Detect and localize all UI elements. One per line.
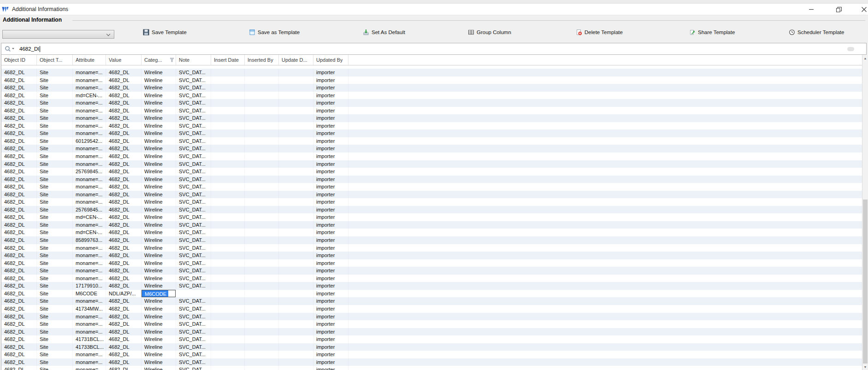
grid-cell[interactable]: Wireline	[142, 206, 176, 214]
grid-cell[interactable]	[245, 252, 279, 259]
grid-cell[interactable]: SVC_DAT...	[176, 137, 211, 145]
grid-cell[interactable]	[279, 206, 313, 214]
grid-cell[interactable]	[279, 99, 313, 107]
grid-cell[interactable]: 4682_DL	[106, 206, 142, 214]
grid-cell[interactable]	[245, 206, 279, 214]
grid-cell[interactable]: 4682_DL	[106, 313, 142, 321]
grid-cell[interactable]	[211, 236, 245, 244]
grid-cell[interactable]: importer	[313, 145, 348, 153]
grid-cell[interactable]: moname=...	[73, 84, 106, 92]
grid-cell[interactable]: 4682_DL	[106, 259, 142, 267]
set-as-default-button[interactable]: Set As Default	[363, 28, 405, 36]
grid-cell[interactable]: 4682_DL	[106, 267, 142, 275]
grid-cell[interactable]: Wireline	[142, 84, 176, 92]
grid-cell[interactable]: moname=...	[73, 69, 106, 76]
table-row[interactable]: 4682_DLSitemoname=...4682_DLWirelineSVC_…	[1, 366, 866, 370]
grid-cell[interactable]	[279, 290, 313, 298]
grid-cell[interactable]: 4682_DL	[1, 343, 37, 351]
grid-cell[interactable]: SVC_DAT...	[176, 183, 211, 191]
grid-cell[interactable]: Wireline	[142, 297, 176, 305]
grid-cell[interactable]: 4682_DL	[1, 114, 37, 122]
table-row[interactable]: 4682_DLSitemoname=...4682_DLWirelineSVC_…	[1, 351, 866, 358]
table-row[interactable]: 4682_DLSitemoname=...4682_DLWirelineSVC_…	[1, 176, 866, 183]
grid-cell[interactable]	[279, 168, 313, 176]
grid-cell[interactable]: importer	[313, 236, 348, 244]
grid-cell[interactable]: importer	[313, 351, 348, 358]
grid-cell[interactable]: 4682_DL	[1, 358, 37, 366]
table-row[interactable]: 4682_DLSitemoname=...4682_DLWirelineSVC_…	[1, 313, 866, 321]
grid-cell[interactable]: Wireline	[142, 282, 176, 290]
table-row[interactable]: 4682_DLSite41733BCL...4682_DLWirelineSVC…	[1, 343, 866, 351]
grid-cell[interactable]: Site	[37, 129, 73, 137]
grid-cell[interactable]: importer	[313, 198, 348, 206]
grid-cell[interactable]: Site	[37, 305, 73, 313]
grid-cell[interactable]: importer	[313, 92, 348, 100]
grid-cell[interactable]: moname=...	[73, 198, 106, 206]
table-row[interactable]: 4682_DLSite60129542...4682_DLWirelineSVC…	[1, 137, 866, 145]
grid-cell[interactable]: 4682_DL	[106, 145, 142, 153]
grid-cell[interactable]: 41733BCL...	[73, 343, 106, 351]
grid-cell[interactable]: SVC_DAT...	[176, 320, 211, 328]
grid-cell[interactable]: importer	[313, 114, 348, 122]
grid-cell[interactable]: moname=...	[73, 176, 106, 183]
grid-cell[interactable]	[245, 76, 279, 84]
grid-cell[interactable]: SVC_DAT...	[176, 335, 211, 343]
table-row[interactable]: 4682_DLSitemoname=...4682_DLWirelineSVC_…	[1, 107, 866, 115]
grid-cell[interactable]	[245, 229, 279, 236]
grid-cell[interactable]: SVC_DAT...	[176, 107, 211, 115]
grid-cell[interactable]: 4682_DL	[1, 160, 37, 168]
grid-cell[interactable]: Wireline	[142, 351, 176, 358]
grid-cell[interactable]: 4682_DL	[106, 198, 142, 206]
grid-cell[interactable]	[245, 129, 279, 137]
grid-cell[interactable]	[211, 275, 245, 282]
grid-cell[interactable]: SVC_DAT...	[176, 69, 211, 76]
grid-cell[interactable]: SVC_DAT...	[176, 343, 211, 351]
table-row[interactable]: 4682_DLSite41731BCL...4682_DLWirelineSVC…	[1, 335, 866, 343]
grid-cell[interactable]: Site	[37, 137, 73, 145]
grid-cell[interactable]	[176, 290, 211, 298]
grid-cell[interactable]: 4682_DL	[106, 275, 142, 282]
grid-cell[interactable]: 4682_DL	[106, 114, 142, 122]
grid-cell[interactable]: SVC_DAT...	[176, 351, 211, 358]
grid-cell[interactable]: Wireline	[142, 252, 176, 259]
grid-cell[interactable]: 4682_DL	[1, 92, 37, 100]
table-row[interactable]: 4682_DLSite25769845...4682_DLWirelineSVC…	[1, 168, 866, 176]
grid-cell[interactable]	[211, 84, 245, 92]
table-row[interactable]: 4682_DLSiteM6CODENDL/AZP/...M6CODEimport…	[1, 290, 866, 298]
grid-cell[interactable]: Site	[37, 69, 73, 76]
grid-cell[interactable]	[245, 328, 279, 336]
grid-cell[interactable]: 4682_DL	[1, 84, 37, 92]
grid-cell[interactable]: importer	[313, 176, 348, 183]
grid-cell[interactable]: importer	[313, 76, 348, 84]
grid-cell[interactable]: Wireline	[142, 160, 176, 168]
grid-cell[interactable]: SVC_DAT...	[176, 176, 211, 183]
grid-cell[interactable]: SVC_DAT...	[176, 305, 211, 313]
grid-cell[interactable]: 41731BCL...	[73, 335, 106, 343]
grid-cell[interactable]	[279, 114, 313, 122]
grid-cell[interactable]: 4682_DL	[1, 252, 37, 259]
grid-cell[interactable]	[211, 221, 245, 229]
grid-cell[interactable]: Site	[37, 84, 73, 92]
grid-cell[interactable]	[245, 213, 279, 221]
search-bar[interactable]: 4682_Dl	[1, 43, 866, 55]
grid-cell[interactable]	[245, 297, 279, 305]
grid-cell[interactable]: importer	[313, 99, 348, 107]
table-row[interactable]: 4682_DLSitemoname=...4682_DLWirelineSVC_…	[1, 69, 866, 76]
grid-cell[interactable]: Site	[37, 320, 73, 328]
grid-cell[interactable]	[211, 282, 245, 290]
table-row[interactable]: 4682_DLSitemoname=...4682_DLWirelineSVC_…	[1, 129, 866, 137]
grid-cell[interactable]: Site	[37, 176, 73, 183]
grid-cell[interactable]	[211, 107, 245, 115]
grid-cell[interactable]: importer	[313, 297, 348, 305]
grid-cell[interactable]: 4682_DL	[1, 282, 37, 290]
grid-cell[interactable]: moname=...	[73, 297, 106, 305]
grid-cell[interactable]: moname=...	[73, 122, 106, 130]
grid-cell[interactable]: Site	[37, 351, 73, 358]
grid-cell[interactable]: Wireline	[142, 328, 176, 336]
grid-cell[interactable]: 4682_DL	[106, 320, 142, 328]
grid-cell[interactable]	[211, 297, 245, 305]
grid-cell[interactable]: 4682_DL	[1, 107, 37, 115]
grid-cell[interactable]: Site	[37, 290, 73, 298]
table-row[interactable]: 4682_DLSitemd=CEN-...4682_DLWirelineSVC_…	[1, 213, 866, 221]
grid-cell[interactable]	[245, 282, 279, 290]
